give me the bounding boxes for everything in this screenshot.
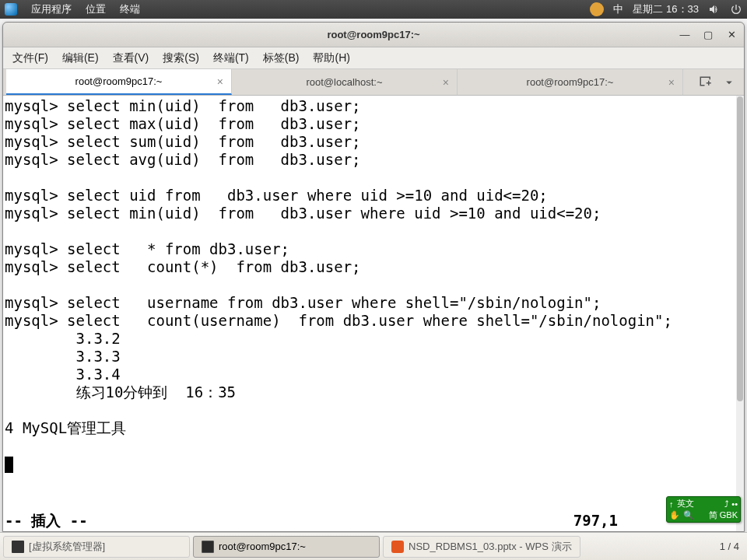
menu-bar: 文件(F) 编辑(E) 查看(V) 搜索(S) 终端(T) 标签(B) 帮助(H… xyxy=(3,47,744,69)
taskbar-item-label: root@room9pc17:~ xyxy=(219,541,306,552)
ime-search-icon: 🔍 xyxy=(683,510,694,520)
menu-help[interactable]: 帮助(H) xyxy=(307,49,356,68)
menu-terminal[interactable]: 终端 xyxy=(120,2,140,16)
volume-icon[interactable] xyxy=(708,3,721,16)
taskbar: [虚拟系统管理器] root@room9pc17:~ NSD_RDBMS1_03… xyxy=(0,532,747,560)
tab-label: root@localhost:~ xyxy=(306,76,382,88)
activities-icon xyxy=(5,3,17,16)
tab-close-icon[interactable]: × xyxy=(217,75,223,88)
power-icon[interactable] xyxy=(730,3,742,16)
taskbar-item-terminal[interactable]: root@room9pc17:~ xyxy=(193,536,380,558)
maximize-button[interactable]: ▢ xyxy=(700,27,716,43)
tab-2[interactable]: root@localhost:~ × xyxy=(232,69,458,95)
taskbar-item-wps[interactable]: NSD_RDBMS1_03.pptx - WPS 演示 xyxy=(383,536,580,558)
ime-encoding: 简 GBK xyxy=(709,509,738,521)
menu-tabs[interactable]: 标签(B) xyxy=(257,49,306,68)
ime-arrow-icon: ↑ xyxy=(669,499,674,509)
clock[interactable]: 星期二 16：33 xyxy=(633,2,699,16)
tab-close-icon[interactable]: × xyxy=(443,76,449,89)
tab-label: root@room9pc17:~ xyxy=(527,76,614,88)
menu-search[interactable]: 搜索(S) xyxy=(156,49,205,68)
minimize-button[interactable]: — xyxy=(677,27,693,43)
terminal-scrollbar[interactable] xyxy=(736,96,744,531)
ime-extra-icon: ⤴ •• xyxy=(724,499,738,509)
terminal-window: root@room9pc17:~ — ▢ ✕ 文件(F) 编辑(E) 查看(V)… xyxy=(2,22,745,532)
vim-status-line: -- 插入 -- 797,1 xyxy=(5,512,735,530)
tab-close-icon[interactable]: × xyxy=(668,76,675,89)
system-top-bar: 应用程序 位置 终端 中 星期二 16：33 xyxy=(0,0,747,19)
menu-applications[interactable]: 应用程序 xyxy=(31,2,72,16)
vim-position: 797,1 xyxy=(573,512,618,530)
window-titlebar[interactable]: root@room9pc17:~ — ▢ ✕ xyxy=(3,23,744,47)
taskbar-item-vm[interactable]: [虚拟系统管理器] xyxy=(3,536,190,558)
vm-manager-icon xyxy=(12,541,24,553)
ime-hand-icon: ✋ xyxy=(669,510,680,520)
taskbar-item-label: NSD_RDBMS1_03.pptx - WPS 演示 xyxy=(409,540,572,554)
menu-file[interactable]: 文件(F) xyxy=(6,49,54,68)
tab-3[interactable]: root@room9pc17:~ × xyxy=(458,69,683,95)
wps-icon xyxy=(391,541,404,553)
tab-label: root@room9pc17:~ xyxy=(75,75,163,87)
vim-mode: -- 插入 -- xyxy=(5,512,88,530)
menu-places[interactable]: 位置 xyxy=(86,2,106,16)
ime-lang: 英文 xyxy=(677,498,694,509)
tab-1[interactable]: root@room9pc17:~ × xyxy=(6,69,232,95)
new-tab-icon[interactable] xyxy=(699,75,713,89)
tab-menu-icon[interactable] xyxy=(722,75,736,89)
update-notification-icon[interactable] xyxy=(590,2,604,16)
terminal-area[interactable]: mysql> select min(uid) from db3.user; my… xyxy=(3,96,744,531)
ime-status-badge[interactable]: ↑ 英文 ⤴ •• ✋ 🔍 简 GBK xyxy=(666,496,741,523)
tab-bar: root@room9pc17:~ × root@localhost:~ × ro… xyxy=(3,69,744,96)
menu-view[interactable]: 查看(V) xyxy=(107,49,156,68)
terminal-icon xyxy=(202,541,214,553)
menu-terminal[interactable]: 终端(T) xyxy=(207,49,255,68)
scrollbar-thumb[interactable] xyxy=(737,96,743,401)
terminal-text: mysql> select min(uid) from db3.user; my… xyxy=(5,97,744,455)
workspace-indicator[interactable]: 1 / 4 xyxy=(720,541,739,552)
ime-indicator[interactable]: 中 xyxy=(613,2,623,16)
taskbar-item-label: [虚拟系统管理器] xyxy=(29,540,105,554)
menu-edit[interactable]: 编辑(E) xyxy=(56,49,105,68)
window-title: root@room9pc17:~ xyxy=(327,29,419,40)
cursor xyxy=(5,457,13,473)
close-button[interactable]: ✕ xyxy=(724,27,739,43)
